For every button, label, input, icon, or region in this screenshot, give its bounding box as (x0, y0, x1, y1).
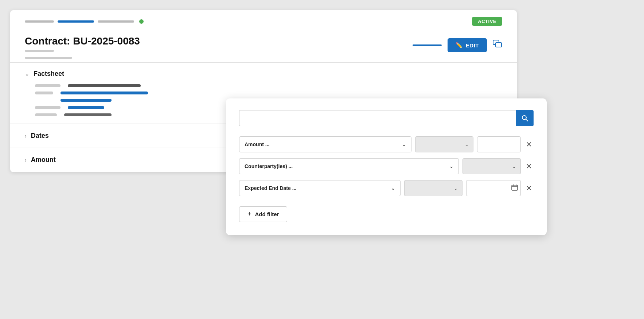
counterparty-close-button[interactable]: ✕ (524, 163, 534, 170)
amount-field-select[interactable]: Amount ... ⌄ (239, 136, 411, 152)
end-date-value-input[interactable] (466, 180, 521, 196)
counterparty-field-chevron: ⌄ (449, 164, 453, 169)
counterparty-field-label: Counterparty(ies) ... (245, 163, 293, 169)
factsheet-header[interactable]: ⌄ Factsheet (25, 70, 502, 78)
active-badge: ACTIVE (472, 17, 502, 26)
title-subtitle-2 (25, 57, 72, 59)
comment-button[interactable] (493, 40, 502, 51)
dates-title: Dates (31, 132, 49, 140)
header-actions: ✏️ EDIT (413, 38, 502, 52)
end-date-op-chevron: ⌄ (454, 186, 458, 191)
row-value-4 (64, 113, 112, 116)
amount-title: Amount (31, 156, 56, 164)
plus-icon: + (247, 210, 251, 218)
title-subtitle-1 (25, 50, 54, 52)
amount-chevron: › (25, 157, 27, 163)
amount-field-label: Amount ... (245, 141, 269, 147)
factsheet-row-2 (35, 92, 502, 94)
edit-icon: ✏️ (456, 42, 463, 48)
end-date-close-button[interactable]: ✕ (524, 184, 534, 192)
header-line (413, 44, 442, 46)
amount-close-button[interactable]: ✕ (524, 141, 534, 148)
progress-step-3 (98, 20, 134, 23)
svg-line-3 (526, 119, 528, 121)
search-icon (521, 114, 528, 122)
row-value-3 (68, 106, 104, 109)
amount-value-input[interactable] (477, 136, 521, 152)
row-value-1 (68, 84, 141, 87)
edit-button[interactable]: ✏️ EDIT (448, 38, 487, 52)
end-date-field-label: Expected End Date ... (245, 185, 296, 191)
filter-row-counterparty: Counterparty(ies) ... ⌄ ⌄ ✕ (239, 158, 534, 174)
search-button[interactable] (516, 110, 534, 126)
progress-step-1 (25, 20, 54, 23)
progress-step-2 (58, 20, 94, 23)
amount-op-select[interactable]: ⌄ (415, 136, 473, 152)
amount-field-chevron: ⌄ (402, 142, 406, 147)
row-label-3 (35, 106, 61, 109)
end-date-op-select[interactable]: ⌄ (404, 180, 462, 196)
factsheet-row-1 (35, 84, 502, 87)
dates-chevron: › (25, 133, 27, 139)
factsheet-chevron: ⌄ (25, 71, 29, 77)
filter-row-end-date: Expected End Date ... ⌄ ⌄ ✕ (239, 180, 534, 196)
edit-label: EDIT (466, 42, 479, 48)
row-label-4 (35, 113, 57, 116)
filter-rows: Amount ... ⌄ ⌄ ✕ Counterparty(ies) ... ⌄… (239, 136, 534, 196)
filter-row-amount: Amount ... ⌄ ⌄ ✕ (239, 136, 534, 152)
card-header: Contract: BU-2025-0083 ✏️ EDIT (10, 30, 517, 62)
counterparty-op-select[interactable]: ⌄ (462, 158, 521, 174)
end-date-field-chevron: ⌄ (391, 186, 395, 191)
end-date-value-wrapper (466, 180, 521, 196)
end-date-field-select[interactable]: Expected End Date ... ⌄ (239, 180, 401, 196)
title-area: Contract: BU-2025-0083 (25, 35, 140, 59)
search-input[interactable] (239, 110, 516, 126)
search-row (239, 110, 534, 126)
progress-dot (139, 19, 144, 24)
add-filter-button[interactable]: + Add filter (239, 206, 287, 222)
row-label-2 (35, 92, 53, 94)
progress-area: ACTIVE (10, 10, 517, 30)
row-value-2b (61, 99, 112, 102)
amount-op-chevron: ⌄ (465, 142, 469, 147)
contract-title: Contract: BU-2025-0083 (25, 35, 140, 47)
row-value-2a (61, 92, 148, 94)
factsheet-title: Factsheet (34, 70, 64, 78)
add-filter-label: Add filter (255, 211, 279, 217)
svg-rect-1 (496, 43, 501, 47)
counterparty-field-select[interactable]: Counterparty(ies) ... ⌄ (239, 158, 459, 174)
row-label-1 (35, 84, 61, 87)
filter-panel: Amount ... ⌄ ⌄ ✕ Counterparty(ies) ... ⌄… (226, 98, 547, 235)
counterparty-op-chevron: ⌄ (512, 164, 516, 169)
